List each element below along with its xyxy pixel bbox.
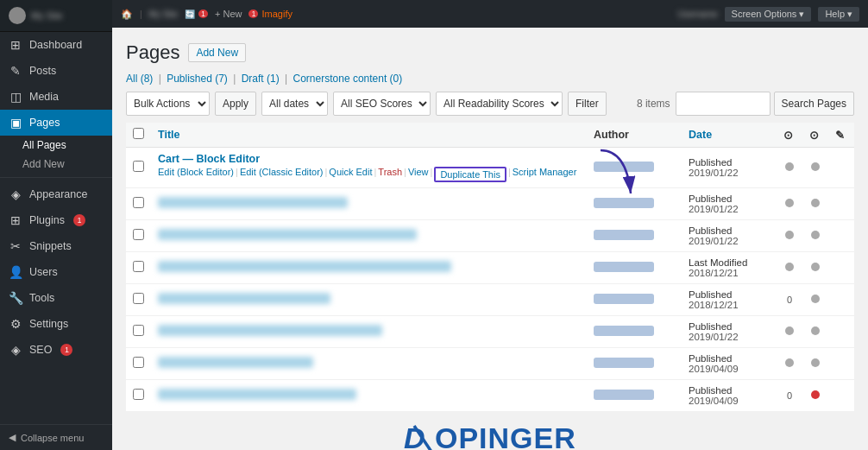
seo-zero: 0	[787, 390, 792, 401]
row-date: Published 2019/01/22	[682, 148, 777, 188]
row-checkbox[interactable]	[133, 229, 144, 240]
dates-select[interactable]: All dates	[261, 92, 328, 116]
select-all-checkbox[interactable]	[133, 128, 144, 139]
sidebar-item-snippets[interactable]: ✂ Snippets	[0, 233, 112, 259]
col-date[interactable]: Date	[682, 123, 777, 148]
svg-text:OPINGER: OPINGER	[435, 421, 576, 450]
row-extra	[828, 316, 854, 348]
action-edit-block[interactable]: Edit (Block Editor)	[158, 167, 234, 182]
filter-all[interactable]: All (8)	[126, 73, 153, 85]
row-readability	[802, 348, 828, 380]
screen-options-btn[interactable]: Screen Options ▾	[725, 7, 812, 22]
tools-icon: 🔧	[9, 291, 22, 305]
row-checkbox[interactable]	[133, 389, 144, 400]
row-title[interactable]	[158, 293, 330, 304]
row-title[interactable]	[158, 357, 313, 368]
sidebar-item-label: Tools	[29, 292, 54, 304]
sidebar-item-pages[interactable]: ▣ Pages	[0, 110, 112, 136]
action-script-manager[interactable]: Script Manager	[513, 167, 577, 182]
row-checkbox[interactable]	[133, 293, 144, 304]
collapse-icon: ◀	[9, 432, 16, 443]
sidebar-item-appearance[interactable]: ◈ Appearance	[0, 181, 112, 207]
sidebar-item-label: Posts	[29, 65, 56, 77]
seo-dot	[785, 231, 794, 239]
posts-icon: ✎	[9, 64, 22, 78]
row-title[interactable]	[158, 325, 382, 336]
row-seo: 0	[777, 380, 802, 412]
row-checkbox[interactable]	[133, 261, 144, 272]
sidebar-item-dashboard[interactable]: ⊞ Dashboard	[0, 32, 112, 58]
row-seo	[777, 188, 802, 220]
sidebar-divider	[0, 177, 112, 178]
filter-published[interactable]: Published (7)	[167, 73, 228, 85]
row-date: Published 2019/04/09	[682, 380, 777, 412]
action-view[interactable]: View	[408, 167, 429, 182]
sidebar-sub-add-new[interactable]: Add New	[0, 155, 112, 174]
table-row: Published 2019/04/09 0	[126, 380, 854, 412]
topbar-right: Username Screen Options ▾ Help ▾	[677, 7, 859, 22]
readability-select[interactable]: All Readability Scores	[436, 92, 563, 116]
row-author	[587, 188, 682, 220]
row-readability	[802, 316, 828, 348]
topbar-site-name[interactable]: My Site	[149, 10, 178, 19]
table-row: Published 2019/01/22	[126, 188, 854, 220]
appearance-icon: ◈	[9, 187, 22, 201]
topbar-imagify[interactable]: 1 Imagify	[248, 9, 292, 19]
sidebar-item-tools[interactable]: 🔧 Tools	[0, 285, 112, 311]
filter-button[interactable]: Filter	[568, 92, 607, 116]
table-row: Last Modified 2018/12/21	[126, 252, 854, 284]
bulk-actions-select[interactable]: Bulk Actions	[126, 92, 210, 116]
sidebar-item-posts[interactable]: ✎ Posts	[0, 58, 112, 84]
row-checkbox[interactable]	[133, 325, 144, 336]
search-input[interactable]	[676, 92, 771, 116]
action-duplicate-this[interactable]: Duplicate This	[434, 167, 506, 182]
wp-logo-icon	[9, 7, 26, 24]
topbar-updates[interactable]: 🔄 1	[185, 10, 208, 19]
help-btn[interactable]: Help ▾	[818, 7, 859, 22]
row-checkbox[interactable]	[133, 357, 144, 368]
apply-button[interactable]: Apply	[215, 92, 256, 116]
col-readability-icon: ⊙	[802, 123, 828, 148]
sidebar-item-plugins[interactable]: ⊞ Plugins 1	[0, 207, 112, 233]
topbar-wp-icon[interactable]: 🏠	[121, 9, 133, 20]
action-quick-edit[interactable]: Quick Edit	[329, 167, 372, 182]
row-title[interactable]: Cart — Block Editor	[158, 153, 260, 165]
collapse-menu[interactable]: ◀ Collapse menu	[0, 424, 112, 450]
page-title: Pages	[126, 41, 179, 64]
sidebar-item-media[interactable]: ◫ Media	[0, 84, 112, 110]
row-title[interactable]	[158, 197, 348, 208]
topbar-new[interactable]: + New	[215, 9, 242, 19]
row-date: Last Modified 2018/12/21	[682, 252, 777, 284]
row-date: Published 2019/04/09	[682, 348, 777, 380]
read-dot	[811, 326, 820, 335]
row-author	[587, 284, 682, 316]
filter-draft[interactable]: Draft (1)	[242, 73, 280, 85]
row-author	[587, 220, 682, 252]
filter-cornerstone[interactable]: Cornerstone content (0)	[293, 73, 403, 85]
row-title[interactable]	[158, 229, 417, 240]
seo-select[interactable]: All SEO Scores	[333, 92, 431, 116]
sidebar-item-settings[interactable]: ⚙ Settings	[0, 311, 112, 337]
media-icon: ◫	[9, 90, 22, 104]
row-date: Published 2019/01/22	[682, 220, 777, 252]
sidebar-item-users[interactable]: 👤 Users	[0, 259, 112, 285]
col-seo-icon: ⊙	[777, 123, 802, 148]
row-seo	[777, 252, 802, 284]
row-title[interactable]	[158, 389, 356, 400]
item-count: 8 items	[637, 98, 670, 110]
search-box: Search Pages	[676, 92, 854, 116]
sidebar: My Site ⊞ Dashboard ✎ Posts ◫ Media ▣ Pa…	[0, 0, 112, 450]
topbar-user[interactable]: Username	[677, 10, 717, 19]
row-readability	[802, 284, 828, 316]
row-title[interactable]	[158, 261, 451, 272]
row-checkbox[interactable]	[133, 197, 144, 208]
col-title[interactable]: Title	[151, 123, 587, 148]
sidebar-sub-all-pages[interactable]: All Pages	[0, 136, 112, 155]
search-pages-button[interactable]: Search Pages	[774, 92, 854, 116]
sidebar-item-seo[interactable]: ◈ SEO 1	[0, 337, 112, 363]
add-new-button[interactable]: Add New	[188, 43, 246, 62]
row-extra	[828, 148, 854, 188]
action-edit-classic[interactable]: Edit (Classic Editor)	[240, 167, 324, 182]
action-trash[interactable]: Trash	[378, 167, 402, 182]
row-checkbox[interactable]	[133, 161, 144, 172]
